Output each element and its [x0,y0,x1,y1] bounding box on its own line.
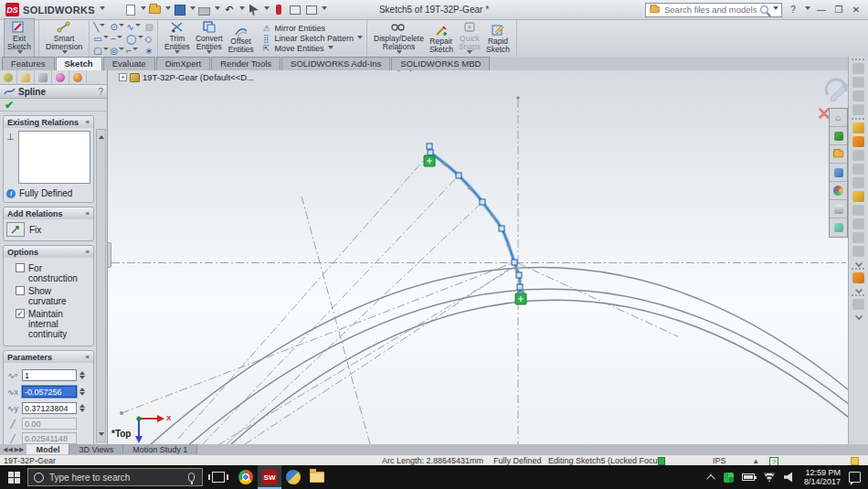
rail-button[interactable] [852,63,864,74]
taskbar-search-box[interactable]: Type here to search [27,468,203,486]
new-caret-icon[interactable] [141,6,146,13]
pattern-button[interactable] [852,246,864,257]
collapse-chevron-icon[interactable]: « [86,118,90,126]
loft-button[interactable] [852,164,864,175]
point-number-spinner[interactable] [79,368,85,382]
status-units[interactable]: IPS [713,456,726,465]
rail-button[interactable] [852,90,864,101]
extrude-cut-button[interactable] [852,191,864,202]
convert-entities-button[interactable]: Convert Entities [193,19,226,58]
linear-pattern-button[interactable]: ⣿ Linear Sketch Pattern [261,34,364,43]
parameters-header[interactable]: Parameters « [4,351,93,363]
rail-more-chevron-icon[interactable] [852,313,864,318]
construction-line[interactable] [178,153,430,439]
y-coordinate-spinner[interactable] [79,401,85,415]
point-tool[interactable]: ◎ [111,46,125,56]
undo-caret-icon[interactable] [239,6,245,13]
search-caret-icon[interactable] [773,6,778,13]
spline-control-points[interactable] [427,144,524,297]
scroll-up-icon[interactable] [99,133,104,139]
wifi-icon[interactable] [763,473,776,483]
construction-endpoint[interactable] [120,411,123,415]
view-palette-tab[interactable] [830,164,847,182]
extrude-boss-button[interactable] [852,122,864,133]
rail-more-chevron-icon[interactable] [852,260,864,265]
tab-dimxpert[interactable]: DimXpert [156,57,211,70]
options-header[interactable]: Options « [4,246,93,258]
close-button[interactable]: ✕ [850,5,863,15]
task-view-button[interactable] [212,472,225,483]
minimize-button[interactable]: — [815,5,828,15]
fix-relation-icons[interactable] [424,155,526,304]
quick-snaps-button[interactable]: Quick Snaps [456,19,483,58]
3d-views-tab[interactable]: 3D Views [69,444,123,454]
sweep-button[interactable] [852,150,864,161]
propertymanager-tab[interactable] [17,70,35,84]
print-caret-icon[interactable] [215,6,220,13]
text-tool[interactable]: ∗ [145,46,153,56]
battery-icon[interactable] [742,473,755,481]
sync-tray-icon[interactable] [724,473,734,483]
x-coordinate-field[interactable]: -0.057256 [22,386,77,398]
rail-more-chevron-icon[interactable] [852,286,864,292]
restore-button[interactable]: ❐ [832,5,845,15]
rail-button[interactable] [852,77,864,88]
for-construction-checkbox[interactable]: For construction [16,263,90,283]
linear-pattern-caret-icon[interactable] [357,36,363,42]
dimxpertmanager-tab[interactable] [52,70,69,84]
volume-icon[interactable] [784,473,796,483]
hole-wizard-button[interactable] [852,205,864,216]
file-explorer-tab[interactable] [830,145,847,164]
configurationmanager-tab[interactable] [35,70,52,84]
line-tool[interactable]: ╲ [93,22,108,32]
reference-geometry-button[interactable] [852,272,864,283]
tab-features[interactable]: Features [2,57,55,70]
mirror-entities-button[interactable]: ⚠ Mirror Entities [261,24,364,33]
revolve-cut-button[interactable] [852,218,864,229]
select-icon[interactable] [247,3,261,16]
ellipse-tool[interactable]: ◯ [126,34,143,44]
select-caret-icon[interactable] [264,6,270,13]
arc-tool[interactable]: ⌢ [111,33,125,44]
add-relations-header[interactable]: Add Relations « [4,207,93,219]
fillet-button[interactable] [852,232,864,243]
help-caret-icon[interactable] [805,6,810,13]
microphone-icon[interactable] [188,473,195,482]
fillet-tool[interactable]: ⌐ [126,46,143,56]
start-button[interactable] [0,472,27,484]
open-icon[interactable] [148,3,163,16]
help-button[interactable]: ? [787,5,799,15]
y-coordinate-field[interactable]: 0.37123804 [22,402,77,414]
panel-splitter-handle[interactable] [108,242,111,268]
tray-expand-icon[interactable] [706,473,715,483]
slot-tool[interactable]: ▢ [93,46,108,56]
tab-evaluate[interactable]: Evaluate [103,57,155,70]
tab-sketch[interactable]: Sketch [56,57,102,70]
model-tab[interactable]: Model [26,444,69,454]
tab-render-tools[interactable]: Render Tools [211,57,281,70]
rail-button[interactable] [852,104,864,115]
existing-relations-header[interactable]: Existing Relations « [4,116,93,128]
offset-entities-button[interactable]: Offset Entities [226,22,257,55]
repair-sketch-button[interactable]: Repair Sketch [427,22,456,55]
appearances-scenes-tab[interactable] [830,182,847,200]
sketch-picture-tool[interactable]: ▨ [145,22,153,32]
collapse-chevron-icon[interactable]: « [86,353,90,361]
units-caret-icon[interactable]: ▴ [754,456,758,465]
tree-expander-icon[interactable]: + [119,73,127,81]
fix-relation-button[interactable]: Fix [6,222,90,237]
taskbar-clock[interactable]: 12:59 PM 8/14/2017 [804,468,841,487]
rebuild-icon[interactable] [271,3,286,16]
file-search-box[interactable]: Search files and models [645,3,782,17]
show-curvature-checkbox[interactable]: Show curvature [16,286,90,306]
file-explorer-taskbar-icon[interactable] [305,465,329,489]
open-caret-icon[interactable] [165,6,171,13]
polygon-tool[interactable]: ◇ [145,34,153,44]
action-center-icon[interactable] [849,472,861,483]
solidworks-taskbar-icon[interactable]: SW [258,465,281,489]
print-icon[interactable] [197,3,212,16]
sketch-origin[interactable] [135,415,164,443]
exit-sketch-button[interactable]: Exit Sketch [4,18,35,59]
circle-tool[interactable]: ⊙ [111,22,125,32]
x-coordinate-spinner[interactable] [79,385,85,399]
